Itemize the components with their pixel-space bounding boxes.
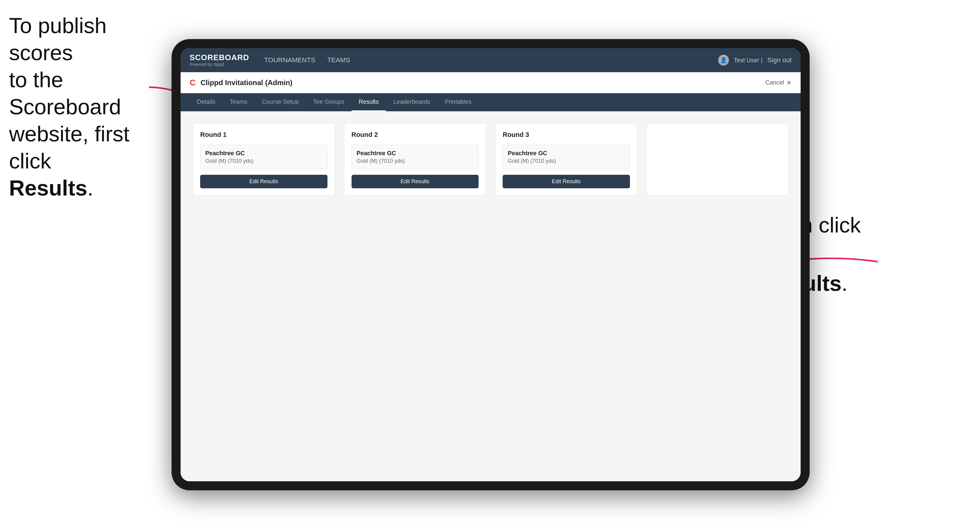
tab-teams[interactable]: Teams [223,93,255,111]
round-1-title: Round 1 [200,131,328,139]
nav-avatar: 👤 [718,55,729,65]
tablet-screen: SCOREBOARD Powered by clippd TOURNAMENTS… [181,48,800,481]
tab-results[interactable]: Results [352,93,386,111]
logo-sub: Powered by clippd [189,62,249,67]
round-2-card: Round 2 Peachtree GC Gold (M) (7010 yds)… [344,123,487,196]
round-2-course-name: Peachtree GC [357,150,474,157]
edit-results-button-3[interactable]: Edit Results [503,175,630,188]
tablet-device: SCOREBOARD Powered by clippd TOURNAMENTS… [172,39,810,490]
tab-course-setup[interactable]: Course Setup [255,93,306,111]
tournament-title: Clippd Invitational (Admin) [200,78,292,87]
nav-links: TOURNAMENTS TEAMS [264,53,718,67]
round-2-course-card: Peachtree GC Gold (M) (7010 yds) [352,145,479,169]
empty-round-slot [646,123,789,196]
tab-leaderboards[interactable]: Leaderboards [386,93,438,111]
tournament-title-area: C Clippd Invitational (Admin) [189,78,293,87]
rounds-grid: Round 1 Peachtree GC Gold (M) (7010 yds)… [192,123,789,196]
round-3-card: Round 3 Peachtree GC Gold (M) (7010 yds)… [495,123,638,196]
nav-user: Test User | [734,57,762,64]
cancel-button[interactable]: Cancel ✕ [765,79,792,86]
nav-right: 👤 Test User | Sign out [718,53,792,67]
nav-signout[interactable]: Sign out [767,53,792,67]
round-1-course-name: Peachtree GC [205,150,322,157]
tab-tee-groups[interactable]: Tee Groups [306,93,351,111]
tab-printables[interactable]: Printables [438,93,479,111]
logo-area: SCOREBOARD Powered by clippd [189,54,249,67]
logo: SCOREBOARD [189,54,249,61]
edit-results-button-1[interactable]: Edit Results [200,175,328,188]
edit-results-button-2[interactable]: Edit Results [352,175,479,188]
content-area: Round 1 Peachtree GC Gold (M) (7010 yds)… [181,111,800,481]
round-3-course-name: Peachtree GC [508,150,625,157]
top-nav: SCOREBOARD Powered by clippd TOURNAMENTS… [181,48,800,72]
round-1-card: Round 1 Peachtree GC Gold (M) (7010 yds)… [192,123,335,196]
instruction-left-text: To publish scores to the Scoreboard webs… [9,14,129,200]
instruction-left: To publish scores to the Scoreboard webs… [9,12,135,202]
round-3-title: Round 3 [503,131,630,139]
round-1-course-card: Peachtree GC Gold (M) (7010 yds) [200,145,328,169]
round-3-course-details: Gold (M) (7010 yds) [508,158,625,164]
round-2-course-details: Gold (M) (7010 yds) [357,158,474,164]
tournament-icon: C [189,78,196,87]
nav-teams[interactable]: TEAMS [327,53,350,67]
round-1-course-details: Gold (M) (7010 yds) [205,158,322,164]
tab-bar: Details Teams Course Setup Tee Groups Re… [181,93,800,111]
nav-tournaments[interactable]: TOURNAMENTS [264,53,315,67]
tab-details[interactable]: Details [189,93,223,111]
round-2-title: Round 2 [352,131,479,139]
close-icon: ✕ [786,79,792,86]
round-3-course-card: Peachtree GC Gold (M) (7010 yds) [503,145,630,169]
tournament-header: C Clippd Invitational (Admin) Cancel ✕ [181,72,800,93]
